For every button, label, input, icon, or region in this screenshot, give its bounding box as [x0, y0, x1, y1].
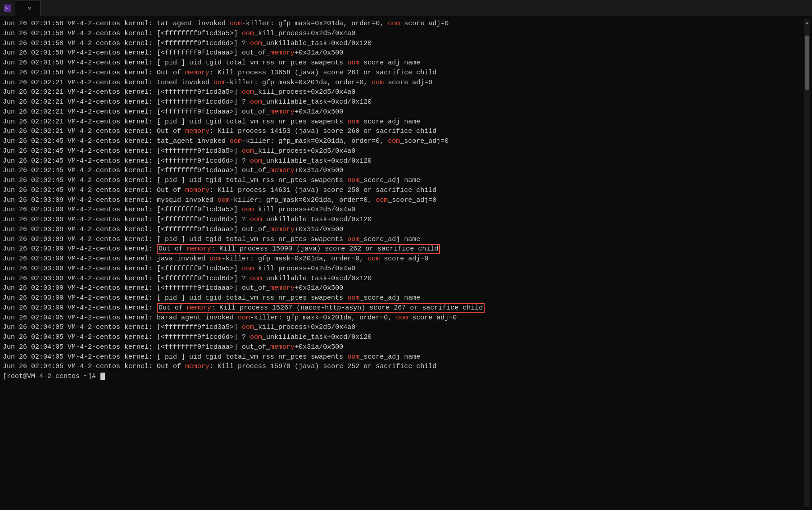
terminal-line: Jun 26 02:01:58 VM-4-2-centos kernel: Ou… — [3, 68, 804, 78]
terminal-line: Jun 26 02:01:58 VM-4-2-centos kernel: [<… — [3, 29, 804, 39]
terminal-line: Jun 26 02:04:05 VM-4-2-centos kernel: [<… — [3, 332, 804, 342]
terminal-line: Jun 26 02:03:09 VM-4-2-centos kernel: [ … — [3, 235, 804, 245]
window-controls — [746, 0, 808, 16]
terminal-line: Jun 26 02:04:05 VM-4-2-centos kernel: [<… — [3, 342, 804, 352]
terminal-line: Jun 26 02:02:21 VM-4-2-centos kernel: [ … — [3, 117, 804, 127]
terminal-line: Jun 26 02:02:45 VM-4-2-centos kernel: [<… — [3, 156, 804, 166]
terminal-line: Jun 26 02:01:58 VM-4-2-centos kernel: [<… — [3, 39, 804, 49]
terminal-line: Jun 26 02:03:09 VM-4-2-centos kernel: [<… — [3, 205, 804, 215]
terminal-line: Jun 26 02:03:09 VM-4-2-centos kernel: my… — [3, 196, 804, 205]
tab-bar: ✕ — [15, 0, 746, 16]
terminal-line: Jun 26 02:04:05 VM-4-2-centos kernel: ba… — [3, 313, 804, 323]
terminal-line: Jun 26 02:02:21 VM-4-2-centos kernel: tu… — [3, 78, 804, 88]
scrollbar-thumb[interactable] — [805, 36, 809, 90]
terminal-line: Jun 26 02:02:45 VM-4-2-centos kernel: [<… — [3, 146, 804, 156]
scroll-up-arrow[interactable]: ▲ — [805, 20, 809, 27]
terminal-line: Jun 26 02:04:05 VM-4-2-centos kernel: [ … — [3, 352, 804, 362]
cursor-block — [100, 373, 105, 380]
terminal-output[interactable]: Jun 26 02:01:58 VM-4-2-centos kernel: ta… — [3, 19, 804, 507]
close-button[interactable] — [788, 0, 808, 16]
terminal-line: Jun 26 02:04:05 VM-4-2-centos kernel: Ou… — [3, 362, 804, 372]
terminal-line: Jun 26 02:03:09 VM-4-2-centos kernel: [<… — [3, 274, 804, 284]
terminal-icon: >_ — [4, 4, 12, 12]
scrollbar[interactable]: ▲ — [804, 19, 810, 507]
terminal-prompt: [root@VM-4-2-centos ~]# — [3, 372, 804, 382]
tab-close-button[interactable]: ✕ — [26, 4, 33, 13]
terminal-line: Jun 26 02:02:45 VM-4-2-centos kernel: [<… — [3, 166, 804, 176]
terminal-line: Jun 26 02:02:21 VM-4-2-centos kernel: Ou… — [3, 127, 804, 137]
terminal-line: Jun 26 02:03:09 VM-4-2-centos kernel: [ … — [3, 293, 804, 303]
terminal-line: Jun 26 02:01:58 VM-4-2-centos kernel: [ … — [3, 58, 804, 68]
terminal-line: Jun 26 02:02:21 VM-4-2-centos kernel: [<… — [3, 107, 804, 117]
terminal-line: Jun 26 02:02:45 VM-4-2-centos kernel: Ou… — [3, 186, 804, 196]
terminal-window: Jun 26 02:01:58 VM-4-2-centos kernel: ta… — [0, 16, 812, 510]
titlebar: >_ ✕ — [0, 0, 812, 16]
terminal-line: Jun 26 02:02:21 VM-4-2-centos kernel: [<… — [3, 87, 804, 97]
svg-text:>_: >_ — [5, 6, 11, 11]
terminal-line: Jun 26 02:03:09 VM-4-2-centos kernel: [<… — [3, 225, 804, 235]
terminal-line: Jun 26 02:02:45 VM-4-2-centos kernel: [ … — [3, 176, 804, 186]
terminal-line: Jun 26 02:03:09 VM-4-2-centos kernel: [<… — [3, 215, 804, 225]
terminal-line: Jun 26 02:04:05 VM-4-2-centos kernel: [<… — [3, 323, 804, 332]
maximize-button[interactable] — [767, 0, 788, 16]
terminal-line: Jun 26 02:02:45 VM-4-2-centos kernel: ta… — [3, 137, 804, 146]
terminal-line: Jun 26 02:03:09 VM-4-2-centos kernel: Ou… — [3, 303, 804, 313]
minimize-button[interactable] — [746, 0, 767, 16]
active-tab[interactable]: ✕ — [15, 0, 41, 16]
terminal-line: Jun 26 02:03:09 VM-4-2-centos kernel: Ou… — [3, 244, 804, 254]
terminal-line: Jun 26 02:03:09 VM-4-2-centos kernel: ja… — [3, 254, 804, 264]
terminal-line: Jun 26 02:03:09 VM-4-2-centos kernel: [<… — [3, 283, 804, 293]
terminal-line: Jun 26 02:01:58 VM-4-2-centos kernel: ta… — [3, 19, 804, 29]
terminal-line: Jun 26 02:03:09 VM-4-2-centos kernel: [<… — [3, 264, 804, 274]
terminal-line: Jun 26 02:01:58 VM-4-2-centos kernel: [<… — [3, 48, 804, 58]
terminal-line: Jun 26 02:02:21 VM-4-2-centos kernel: [<… — [3, 97, 804, 107]
